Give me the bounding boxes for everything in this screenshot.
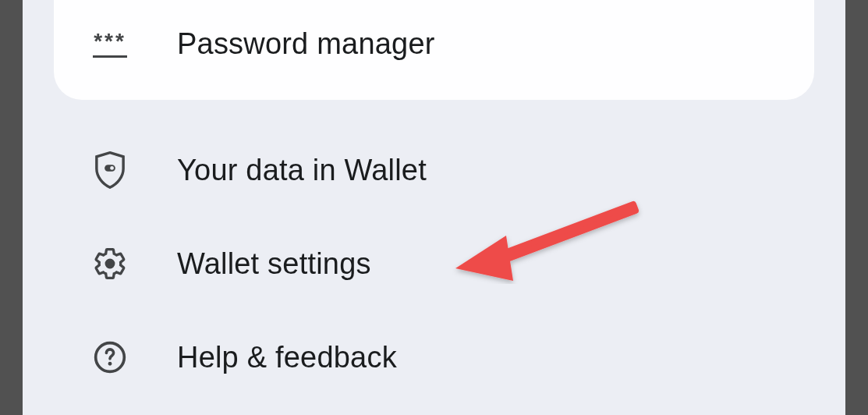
password-icon: *** <box>91 25 129 62</box>
svg-point-3 <box>108 362 112 366</box>
settings-menu: *** Password manager Your data in Wallet <box>54 0 814 415</box>
phone-frame: *** Password manager Your data in Wallet <box>23 0 845 415</box>
shield-privacy-icon <box>91 151 129 189</box>
menu-item-label: Help & feedback <box>177 341 397 374</box>
menu-item-label: Your data in Wallet <box>177 154 427 187</box>
menu-item-label: Password manager <box>177 27 435 61</box>
svg-point-1 <box>110 166 114 170</box>
menu-item-label: Wallet settings <box>177 247 371 281</box>
menu-item-your-data-in-wallet[interactable]: Your data in Wallet <box>54 123 814 217</box>
gear-icon <box>91 245 129 282</box>
card-section: *** Password manager <box>54 0 814 100</box>
menu-item-wallet-settings[interactable]: Wallet settings <box>54 217 814 310</box>
menu-item-help-feedback[interactable]: Help & feedback <box>54 310 814 404</box>
help-icon <box>91 339 129 376</box>
menu-item-password-manager[interactable]: *** Password manager <box>54 0 814 100</box>
